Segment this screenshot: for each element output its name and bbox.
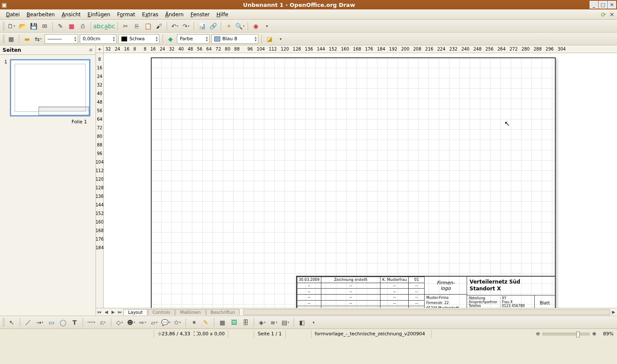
undo-button[interactable]: ↶ bbox=[170, 21, 180, 31]
line-tool[interactable]: ／ bbox=[24, 318, 33, 327]
project-title: Verteilernetz Süd Standort X bbox=[467, 277, 555, 295]
chart-button[interactable]: 📊 bbox=[197, 21, 207, 31]
format-paintbrush-button[interactable]: 🖌 bbox=[154, 21, 164, 31]
gallery-tool[interactable]: 🗄 bbox=[241, 318, 250, 327]
tab-last-button[interactable]: ⏭ bbox=[117, 310, 123, 314]
curve-tool[interactable]: 〰 bbox=[87, 318, 96, 327]
menu-extras[interactable]: Extras bbox=[139, 10, 162, 19]
callouts-tool[interactable]: 💬 bbox=[161, 318, 171, 327]
zoom-button[interactable]: 🔍 bbox=[235, 21, 245, 31]
tab-first-button[interactable]: ⏮ bbox=[96, 310, 103, 314]
zoom-in-button[interactable]: ⊕ bbox=[592, 331, 596, 337]
menu-ansicht[interactable]: Ansicht bbox=[58, 10, 84, 19]
line-style-combo[interactable]: ―――▴▾ bbox=[45, 34, 78, 44]
print-button[interactable]: ⎙ bbox=[78, 21, 87, 31]
flowchart-tool[interactable]: ▱ bbox=[150, 318, 159, 327]
ruler-corner[interactable]: ⌖ bbox=[96, 45, 104, 53]
effects-tool[interactable]: ◈ bbox=[258, 318, 267, 327]
area-style-icon[interactable]: ◆ bbox=[166, 34, 175, 44]
drawing-canvas[interactable]: 30.03.2009Zeichnung erstelltK. Musterfra… bbox=[104, 53, 617, 308]
tab-next-button[interactable]: ▶ bbox=[110, 310, 117, 314]
rectangle-tool[interactable]: ▭ bbox=[47, 318, 56, 327]
points-tool[interactable]: ✶ bbox=[189, 318, 199, 327]
from-file-tool[interactable]: 🖼 bbox=[229, 318, 239, 327]
toolbar-grip[interactable] bbox=[3, 318, 5, 327]
line-color-combo[interactable]: Schwa▴▾ bbox=[118, 34, 159, 44]
align-tool[interactable]: ≡ bbox=[269, 318, 279, 327]
toolbar-overflow[interactable]: ▾ bbox=[262, 21, 272, 31]
tab-masslinien[interactable]: Maßlinien bbox=[175, 309, 205, 315]
window-titlebar: ▣ Unbenannt 1 - OpenOffice.org Draw _ □ … bbox=[0, 0, 617, 9]
redo-button[interactable]: ↷ bbox=[181, 21, 191, 31]
open-button[interactable]: 📂 bbox=[18, 21, 27, 31]
fontwork-tool[interactable]: ▦ bbox=[218, 318, 227, 327]
arrow-tool[interactable]: → bbox=[35, 318, 45, 327]
toolbar-grip[interactable] bbox=[3, 35, 5, 43]
shadow-button[interactable]: ◪ bbox=[265, 34, 274, 44]
menu-format[interactable]: Format bbox=[114, 10, 138, 19]
zoom-slider[interactable] bbox=[542, 333, 590, 335]
symbol-shapes-tool[interactable]: ☻ bbox=[126, 318, 136, 327]
navigator-button[interactable]: ✦ bbox=[224, 21, 234, 31]
fill-mode-combo[interactable]: Farbe▴▾ bbox=[177, 34, 210, 44]
hyperlink-button[interactable]: 🔗 bbox=[208, 21, 218, 31]
autospell-button[interactable]: a̲bc bbox=[105, 21, 114, 31]
new-button[interactable]: 🗋 bbox=[6, 21, 16, 31]
fill-color-combo[interactable]: Blau 8▴▾ bbox=[211, 34, 258, 44]
spellcheck-button[interactable]: abc bbox=[94, 21, 103, 31]
zoom-out-button[interactable]: ⊖ bbox=[536, 331, 540, 337]
save-button[interactable]: 💾 bbox=[29, 21, 38, 31]
canvas-area: ⌖ 32241688162432404856647280889610411212… bbox=[96, 45, 617, 316]
text-tool[interactable]: T bbox=[70, 318, 79, 327]
extrusion-tool[interactable]: ◧ bbox=[297, 318, 307, 327]
cut-button[interactable]: ✂ bbox=[121, 21, 130, 31]
line-width-combo[interactable]: 0,00cm▴▾ bbox=[80, 34, 117, 44]
tab-controls[interactable]: Controls bbox=[148, 309, 175, 315]
basic-shapes-tool[interactable]: ◇ bbox=[115, 318, 124, 327]
close-window-button[interactable]: ✕ bbox=[608, 1, 616, 9]
arrow-style-button[interactable]: ⇆ bbox=[33, 34, 43, 44]
menu-hilfe[interactable]: Hilfe bbox=[213, 10, 231, 19]
horizontal-scrollbar[interactable] bbox=[243, 309, 610, 315]
close-doc-icon[interactable]: ✕ bbox=[609, 11, 614, 18]
select-tool[interactable]: ↖ bbox=[7, 318, 16, 327]
edit-button[interactable]: ✎ bbox=[56, 21, 65, 31]
status-zoom[interactable]: 89% bbox=[600, 330, 617, 338]
scroll-right-button[interactable]: ▶ bbox=[610, 310, 617, 314]
mail-button[interactable]: ✉ bbox=[40, 21, 49, 31]
ellipse-tool[interactable]: ◯ bbox=[58, 318, 68, 327]
menu-bearbeiten[interactable]: Bearbeiten bbox=[23, 10, 58, 19]
horizontal-ruler[interactable]: 3224168816243240485664728088961041121201… bbox=[104, 45, 617, 53]
menu-aendern[interactable]: Ändern bbox=[162, 10, 187, 19]
update-icon[interactable]: ⟳ bbox=[601, 11, 606, 18]
menu-einfuegen[interactable]: Einfügen bbox=[84, 10, 114, 19]
connector-tool[interactable]: ⎌ bbox=[98, 318, 108, 327]
tab-layout[interactable]: Layout bbox=[123, 309, 147, 315]
arrange-button[interactable]: ▦ bbox=[6, 34, 16, 44]
help-button[interactable]: ◉ bbox=[251, 21, 261, 31]
paste-button[interactable]: 📋 bbox=[143, 21, 153, 31]
arrange-tool[interactable]: ▤ bbox=[281, 318, 290, 327]
stars-tool[interactable]: ✩ bbox=[173, 318, 182, 327]
toolbar-grip[interactable] bbox=[3, 22, 5, 30]
slide-thumbnail[interactable] bbox=[10, 59, 90, 116]
pdf-export-button[interactable]: ▦ bbox=[67, 21, 76, 31]
gluepoints-tool[interactable]: ✎ bbox=[201, 318, 210, 327]
title-block[interactable]: 30.03.2009Zeichnung erstelltK. Musterfra… bbox=[296, 276, 556, 308]
block-arrows-tool[interactable]: ⇨ bbox=[138, 318, 147, 327]
vertical-ruler[interactable]: 8162432404856647280889610411212012813614… bbox=[96, 53, 104, 308]
tab-prev-button[interactable]: ◀ bbox=[103, 310, 110, 314]
minimize-button[interactable]: _ bbox=[590, 1, 598, 9]
close-panel-icon[interactable]: ✕ bbox=[89, 47, 93, 53]
page[interactable]: 30.03.2009Zeichnung erstelltK. Musterfra… bbox=[151, 57, 556, 308]
toolbar-overflow[interactable]: ▾ bbox=[309, 318, 318, 327]
menu-fenster[interactable]: Fenster bbox=[187, 10, 213, 19]
drawing-toolbar: ↖ ／ → ▭ ◯ T 〰 ⎌ ◇ ☻ ⇨ ▱ 💬 ✩ ✶ ✎ ▦ 🖼 🗄 ◈ … bbox=[0, 316, 617, 328]
status-bar: ⊹ 23,86 / 4,33 ⛶ 0,00 x 0,00 Seite 1 / 1… bbox=[0, 328, 617, 339]
menu-datei[interactable]: Datei bbox=[3, 10, 23, 19]
maximize-button[interactable]: □ bbox=[599, 1, 607, 9]
line-style-icon[interactable]: ▬ bbox=[22, 34, 32, 44]
copy-button[interactable]: ⎘ bbox=[132, 21, 141, 31]
tab-beschriftung[interactable]: Beschriftun bbox=[206, 309, 240, 315]
toolbar-overflow[interactable]: ▾ bbox=[276, 34, 285, 44]
